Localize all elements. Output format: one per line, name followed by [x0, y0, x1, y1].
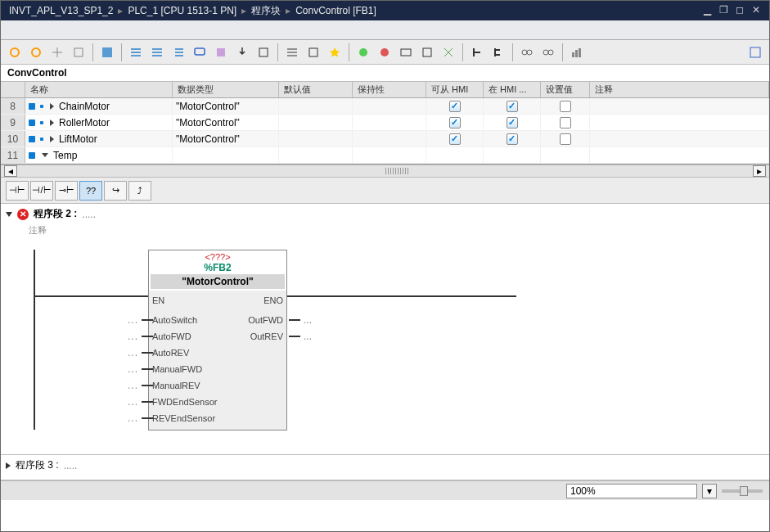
tool-list2[interactable]	[148, 43, 166, 61]
cell-default[interactable]	[279, 115, 353, 130]
checkbox[interactable]	[560, 117, 571, 128]
input-port[interactable]: AutoFWD	[152, 331, 191, 341]
instruction-button[interactable]: ↪	[104, 181, 127, 201]
input-connection[interactable]: ...	[128, 312, 153, 328]
code-editor[interactable]: ✕ 程序段 2 : ..... 注释 <???> %FB2 "MotorCont…	[1, 204, 769, 480]
output-connection[interactable]: ...	[289, 312, 312, 328]
horizontal-splitter[interactable]: ◂ ▸	[1, 165, 769, 178]
col-header-comment[interactable]: 注释	[590, 82, 769, 97]
cell-hmi-read[interactable]	[426, 98, 484, 114]
crumb-project[interactable]: INVT_APL_V13_SP1_2	[6, 5, 116, 16]
port-eno[interactable]: ENO	[263, 295, 283, 305]
col-header-hmi-write[interactable]: 在 HMI ...	[484, 82, 541, 97]
instruction-button[interactable]: ??	[79, 181, 102, 201]
cell-type[interactable]	[173, 147, 279, 163]
segment2-header[interactable]: ✕ 程序段 2 : .....	[1, 204, 769, 224]
tool-structure[interactable]	[468, 43, 486, 61]
col-header-retain[interactable]: 保持性	[353, 82, 426, 97]
tool-generic[interactable]	[27, 43, 45, 61]
cell-retain[interactable]	[353, 131, 426, 147]
expand-icon[interactable]	[50, 119, 54, 126]
output-port[interactable]: OutREV	[250, 331, 283, 341]
cell-retain[interactable]	[353, 115, 426, 130]
cell-type[interactable]: "MotorControl"	[173, 131, 279, 147]
tool-network[interactable]	[283, 43, 301, 61]
col-header-name[interactable]: 名称	[25, 82, 173, 97]
tool-generic[interactable]	[70, 43, 88, 61]
cell-type[interactable]: "MotorControl"	[173, 115, 279, 130]
col-header-type[interactable]: 数据类型	[173, 82, 279, 97]
cell-name[interactable]: RollerMotor	[25, 115, 173, 130]
instruction-button[interactable]: ⤴	[128, 181, 151, 201]
crumb-folder[interactable]: 程序块	[248, 4, 284, 18]
expand-icon[interactable]	[50, 103, 54, 110]
input-port[interactable]: ManualFWD	[152, 364, 202, 374]
checkbox[interactable]	[507, 101, 518, 112]
tool-generic[interactable]	[6, 43, 24, 61]
tool-download[interactable]	[233, 43, 251, 61]
tool-generic[interactable]	[418, 43, 436, 61]
checkbox[interactable]	[560, 133, 571, 145]
zoom-select[interactable]: 100%	[566, 484, 697, 498]
cell-hmi-write[interactable]	[484, 98, 541, 114]
collapse-icon[interactable]	[42, 153, 48, 157]
col-header-default[interactable]: 默认值	[279, 82, 353, 97]
expand-icon[interactable]	[6, 462, 11, 469]
tool-structure2[interactable]	[489, 43, 507, 61]
table-row[interactable]: 10 LiftMotor "MotorControl"	[1, 131, 769, 147]
table-row[interactable]: 9 RollerMotor "MotorControl"	[1, 115, 769, 131]
scroll-left-button[interactable]: ◂	[4, 165, 17, 177]
input-connection[interactable]: ...	[128, 328, 153, 345]
tool-comment[interactable]	[191, 43, 209, 61]
checkbox[interactable]	[449, 133, 461, 145]
tool-glasses[interactable]	[518, 43, 536, 61]
cell-name[interactable]: Temp	[25, 147, 173, 163]
cell-type[interactable]: "MotorControl"	[173, 98, 279, 114]
input-connection[interactable]: ...	[128, 394, 153, 410]
input-port[interactable]: AutoREV	[152, 348, 189, 358]
cell-name[interactable]: LiftMotor	[25, 131, 173, 147]
checkbox[interactable]	[560, 101, 571, 112]
col-header-setpoint[interactable]: 设置值	[541, 82, 590, 97]
tool-go-online[interactable]	[354, 43, 372, 61]
segment3-header[interactable]: 程序段 3 : .....	[1, 454, 769, 476]
cell-retain[interactable]	[353, 98, 426, 114]
network-diagram[interactable]: <???> %FB2 "MotorControl" EN ENO AutoSwi…	[34, 250, 769, 438]
tool-monitor[interactable]	[397, 43, 415, 61]
input-connection[interactable]: ...	[128, 377, 153, 394]
close-button[interactable]: ✕	[748, 4, 764, 17]
fb-call-block[interactable]: <???> %FB2 "MotorControl" EN ENO AutoSwi…	[148, 250, 287, 431]
checkbox[interactable]	[507, 117, 518, 128]
cell-comment[interactable]	[590, 131, 769, 147]
checkbox[interactable]	[507, 133, 518, 145]
col-header-hmi-read[interactable]: 可从 HMI ...	[426, 82, 484, 97]
restore-button[interactable]: ❐	[715, 4, 732, 17]
table-row[interactable]: 8 ChainMotor "MotorControl"	[1, 98, 769, 115]
checkbox[interactable]	[449, 117, 461, 128]
tool-properties[interactable]	[746, 43, 764, 61]
cell-default[interactable]	[279, 98, 353, 114]
maximize-button[interactable]: ◻	[732, 4, 748, 17]
cell-hmi-read[interactable]	[426, 147, 484, 163]
cell-comment[interactable]	[590, 147, 769, 163]
crumb-plc[interactable]: PLC_1 [CPU 1513-1 PN]	[124, 5, 240, 16]
input-connection[interactable]: ...	[128, 410, 153, 426]
port-en[interactable]: EN	[152, 295, 164, 305]
tool-branch[interactable]	[304, 43, 322, 61]
zoom-slider[interactable]	[722, 489, 763, 493]
table-row[interactable]: 11 Temp	[1, 147, 769, 164]
instruction-button[interactable]: ⊣/⊢	[30, 181, 53, 201]
tool-go-offline[interactable]	[376, 43, 394, 61]
collapse-icon[interactable]	[6, 212, 12, 217]
cell-setpoint[interactable]	[541, 147, 590, 163]
tool-save[interactable]	[98, 43, 116, 61]
cell-default[interactable]	[279, 131, 353, 147]
cell-comment[interactable]	[590, 98, 769, 114]
cell-setpoint[interactable]	[541, 131, 590, 147]
cell-setpoint[interactable]	[541, 115, 590, 130]
checkbox[interactable]	[449, 101, 461, 112]
tool-list[interactable]	[127, 43, 145, 61]
segment2-comment[interactable]: 注释	[1, 224, 769, 241]
cell-default[interactable]	[279, 147, 353, 163]
tool-upload[interactable]	[254, 43, 272, 61]
